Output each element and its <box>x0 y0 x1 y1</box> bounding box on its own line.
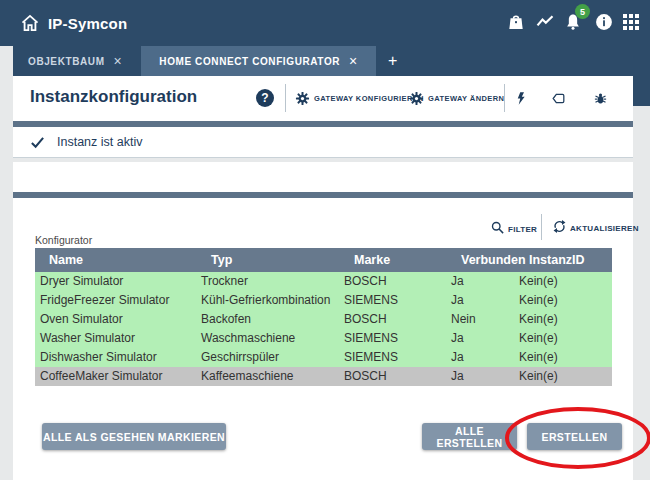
configurator-section: FILTER AKTUALISIEREN Konfigurator Name T… <box>13 198 633 480</box>
cell-typ: Kaffeemaschiene <box>197 367 340 386</box>
page-title: Instanzkonfiguration <box>30 87 197 107</box>
events-button[interactable] <box>514 76 529 121</box>
create-button[interactable]: ERSTELLEN <box>527 423 622 450</box>
cell-instanzid: Kein(e) <box>515 367 612 386</box>
gateway-change-label: GATEWAY ÄNDERN <box>428 94 504 103</box>
add-tab-button[interactable]: + <box>376 46 409 76</box>
gear-icon <box>409 91 424 106</box>
bug-icon <box>593 91 608 106</box>
cell-instanzid: Kein(e) <box>515 272 612 291</box>
cell-verbunden: Ja <box>447 367 515 386</box>
close-icon[interactable]: × <box>114 54 123 68</box>
tab-bar: OBJEKTBAUM × HOME CONNECT CONFIGURATOR ×… <box>13 46 650 76</box>
configurator-label: Konfigurator <box>35 234 92 246</box>
cell-name: Dishwasher Simulator <box>35 348 197 367</box>
create-all-button[interactable]: ALLE ERSTELLEN <box>422 423 517 450</box>
table-row-selected[interactable]: CoffeeMaker Simulator Kaffeemaschiene BO… <box>35 367 612 386</box>
table-row[interactable]: Dryer Simulator Trockner BOSCH Ja Kein(e… <box>35 272 612 291</box>
cell-typ: Trockner <box>197 272 340 291</box>
notification-badge: 5 <box>575 4 590 19</box>
cell-typ: Backofen <box>197 310 340 329</box>
cell-verbunden: Ja <box>447 291 515 310</box>
debug-button[interactable] <box>593 76 608 121</box>
filter-button[interactable]: FILTER <box>490 220 537 235</box>
cell-typ: Kühl-Gefrierkombination <box>197 291 340 310</box>
column-header-typ[interactable]: Typ <box>197 248 340 272</box>
gateway-configure-button[interactable]: GATEWAY KONFIGURIEREN <box>295 76 424 121</box>
search-icon <box>490 220 505 235</box>
close-icon[interactable]: × <box>349 54 358 68</box>
divider <box>285 84 286 112</box>
cell-instanzid: Kein(e) <box>515 329 612 348</box>
cell-verbunden: Ja <box>447 272 515 291</box>
refresh-label: AKTUALISIEREN <box>570 224 639 234</box>
cell-marke: BOSCH <box>340 272 447 291</box>
status-text: Instanz ist aktiv <box>57 135 142 149</box>
cell-name: Washer Simulator <box>35 329 197 348</box>
cell-marke: SIEMENS <box>340 291 447 310</box>
divider <box>504 84 505 112</box>
configurator-table: Name Typ Marke Verbunden InstanzID Dryer… <box>35 248 612 386</box>
app-header: IP-Symcon 5 <box>0 0 650 46</box>
column-header-instanzid[interactable]: InstanzID <box>515 248 612 272</box>
cell-typ: Geschirrspüler <box>197 348 340 367</box>
cell-typ: Waschmaschiene <box>197 329 340 348</box>
apps-grid-icon[interactable] <box>623 14 643 34</box>
brand: IP-Symcon <box>20 13 127 33</box>
cell-name: CoffeeMaker Simulator <box>35 367 197 386</box>
filter-label: FILTER <box>508 225 537 235</box>
info-icon[interactable] <box>594 12 614 32</box>
cell-name: Oven Simulator <box>35 310 197 329</box>
table-row[interactable]: Oven Simulator Backofen BOSCH Nein Kein(… <box>35 310 612 329</box>
divider <box>541 214 542 240</box>
cell-instanzid: Kein(e) <box>515 291 612 310</box>
gateway-change-button[interactable]: GATEWAY ÄNDERN <box>409 76 504 121</box>
cell-verbunden: Ja <box>447 329 515 348</box>
cell-marke: BOSCH <box>340 367 447 386</box>
cell-instanzid: Kein(e) <box>515 310 612 329</box>
home-icon <box>20 13 40 33</box>
cell-marke: SIEMENS <box>340 329 447 348</box>
plus-icon: + <box>388 52 397 70</box>
help-button[interactable]: ? <box>256 89 274 107</box>
mark-all-seen-button[interactable]: ALLE ALS GESEHEN MARKIEREN <box>42 423 226 450</box>
cell-marke: BOSCH <box>340 310 447 329</box>
cell-marke: SIEMENS <box>340 348 447 367</box>
column-header-marke[interactable]: Marke <box>340 248 447 272</box>
instance-toolbar: Instanzkonfiguration ? GATEWAY KONFIGURI… <box>13 76 633 121</box>
table-row[interactable]: FridgeFreezer Simulator Kühl-Gefrierkomb… <box>35 291 612 310</box>
refresh-icon <box>552 219 567 234</box>
status-row: Instanz ist aktiv <box>13 127 633 157</box>
checkmark-icon <box>30 135 45 150</box>
cell-verbunden: Nein <box>447 310 515 329</box>
cell-verbunden: Ja <box>447 348 515 367</box>
activity-chart-icon[interactable] <box>535 12 555 32</box>
table-row[interactable]: Dishwasher Simulator Geschirrspüler SIEM… <box>35 348 612 367</box>
tab-label: OBJEKTBAUM <box>28 56 105 67</box>
tab-label: HOME CONNECT CONFIGURATOR <box>159 56 340 67</box>
refresh-button[interactable]: AKTUALISIEREN <box>552 219 639 234</box>
cell-name: Dryer Simulator <box>35 272 197 291</box>
column-header-name[interactable]: Name <box>35 248 197 272</box>
message-bubble-icon[interactable] <box>551 76 566 121</box>
app-title: IP-Symcon <box>48 15 127 32</box>
store-icon[interactable] <box>506 12 526 32</box>
tab-home-connect-configurator[interactable]: HOME CONNECT CONFIGURATOR × <box>141 46 376 76</box>
empty-section <box>13 162 633 192</box>
instance-status-section: Instanz ist aktiv <box>13 127 633 158</box>
table-header-row: Name Typ Marke Verbunden InstanzID <box>35 248 612 272</box>
gear-icon <box>295 91 310 106</box>
lightning-bolt-icon <box>514 91 529 106</box>
cell-instanzid: Kein(e) <box>515 348 612 367</box>
table-row[interactable]: Washer Simulator Waschmaschiene SIEMENS … <box>35 329 612 348</box>
gateway-configure-label: GATEWAY KONFIGURIEREN <box>314 94 424 103</box>
cell-name: FridgeFreezer Simulator <box>35 291 197 310</box>
label-tag-icon <box>551 91 566 106</box>
column-header-verbunden[interactable]: Verbunden <box>447 248 515 272</box>
tab-objektbaum[interactable]: OBJEKTBAUM × <box>13 46 137 76</box>
